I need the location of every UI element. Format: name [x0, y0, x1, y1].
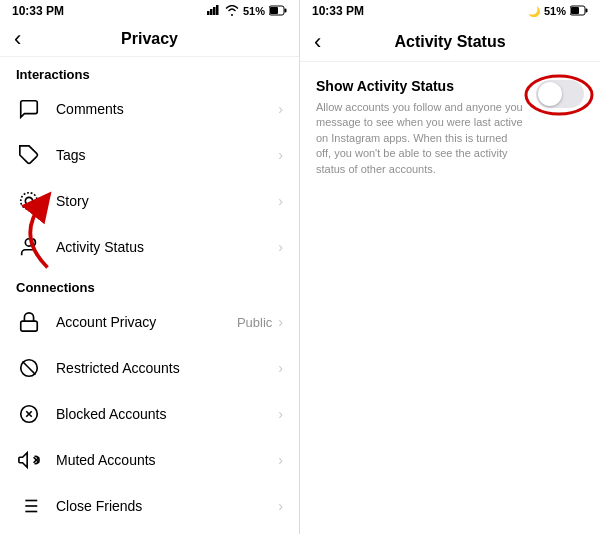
right-panel: 10:33 PM 🌙 51% ‹ Activity Status Show Ac… — [300, 0, 600, 534]
activity-status-content: Show Activity Status Allow accounts you … — [300, 62, 600, 193]
muted-label: Muted Accounts — [56, 452, 278, 468]
left-title: Privacy — [121, 30, 178, 48]
svg-rect-6 — [270, 7, 278, 14]
svg-rect-3 — [216, 5, 219, 15]
restricted-icon — [16, 355, 42, 381]
menu-item-tags[interactable]: Tags › — [0, 132, 299, 178]
svg-point-9 — [21, 193, 38, 210]
chevron-blocked: › — [278, 406, 283, 422]
svg-point-8 — [25, 197, 32, 204]
status-bar-right: 10:33 PM 🌙 51% — [300, 0, 600, 22]
menu-item-close-friends[interactable]: Close Friends › — [0, 483, 299, 529]
menu-item-accounts-follow[interactable]: Accounts You Follow › — [0, 529, 299, 534]
svg-rect-32 — [571, 7, 579, 14]
chevron-muted: › — [278, 452, 283, 468]
menu-item-blocked[interactable]: Blocked Accounts › — [0, 391, 299, 437]
connections-label: Connections — [0, 270, 299, 299]
svg-rect-11 — [21, 321, 38, 331]
menu-item-comments[interactable]: Comments › — [0, 86, 299, 132]
back-button-left[interactable]: ‹ — [14, 28, 21, 50]
activity-status-toggle-container — [536, 80, 584, 108]
comment-icon — [16, 96, 42, 122]
tag-icon — [16, 142, 42, 168]
activity-status-icon — [16, 234, 42, 260]
blocked-icon — [16, 401, 42, 427]
menu-item-restricted[interactable]: Restricted Accounts › — [0, 345, 299, 391]
chevron-close-friends: › — [278, 498, 283, 514]
lock-icon — [16, 309, 42, 335]
blocked-label: Blocked Accounts — [56, 406, 278, 422]
left-header: ‹ Privacy — [0, 22, 299, 57]
chevron-restricted: › — [278, 360, 283, 376]
close-friends-label: Close Friends — [56, 498, 278, 514]
svg-rect-31 — [586, 8, 588, 12]
tags-label: Tags — [56, 147, 278, 163]
menu-item-account-privacy[interactable]: Account Privacy Public › — [0, 299, 299, 345]
chevron-account-privacy: › — [278, 314, 283, 330]
battery-icon-right — [570, 5, 588, 18]
time-left: 10:33 PM — [12, 4, 64, 18]
story-label: Story — [56, 193, 278, 209]
svg-rect-2 — [213, 7, 216, 15]
list-icon — [16, 493, 42, 519]
restricted-label: Restricted Accounts — [56, 360, 278, 376]
svg-line-13 — [23, 362, 36, 375]
activity-status-description: Allow accounts you follow and anyone you… — [316, 100, 524, 177]
menu-item-muted[interactable]: Muted Accounts › — [0, 437, 299, 483]
chevron-tags: › — [278, 147, 283, 163]
chevron-activity: › — [278, 239, 283, 255]
muted-icon — [16, 447, 42, 473]
toggle-knob — [538, 82, 562, 106]
chevron-story: › — [278, 193, 283, 209]
menu-item-activity-status[interactable]: Activity Status › — [0, 224, 299, 270]
comments-label: Comments — [56, 101, 278, 117]
svg-point-10 — [25, 239, 32, 246]
account-privacy-label: Account Privacy — [56, 314, 237, 330]
activity-status-toggle[interactable] — [536, 80, 584, 108]
chevron-comments: › — [278, 101, 283, 117]
back-button-right[interactable]: ‹ — [314, 29, 321, 55]
battery-right: 51% — [544, 5, 566, 17]
account-privacy-sub: Public — [237, 315, 272, 330]
svg-rect-1 — [210, 9, 213, 15]
battery-icon-left — [269, 5, 287, 18]
story-icon — [16, 188, 42, 214]
time-right: 10:33 PM — [312, 4, 364, 18]
activity-status-label: Activity Status — [56, 239, 278, 255]
menu-item-story[interactable]: Story › — [0, 178, 299, 224]
right-header: ‹ Activity Status — [300, 22, 600, 62]
right-title: Activity Status — [394, 33, 505, 51]
svg-rect-0 — [207, 11, 210, 15]
battery-left: 51% — [243, 5, 265, 17]
wifi-icon-left — [225, 5, 239, 18]
interactions-label: Interactions — [0, 57, 299, 86]
status-bar-left: 10:33 PM 51% — [0, 0, 299, 22]
moon-icon: 🌙 — [528, 6, 540, 17]
signal-icon — [207, 5, 221, 17]
show-activity-status-label: Show Activity Status — [316, 78, 524, 94]
svg-rect-5 — [285, 8, 287, 12]
